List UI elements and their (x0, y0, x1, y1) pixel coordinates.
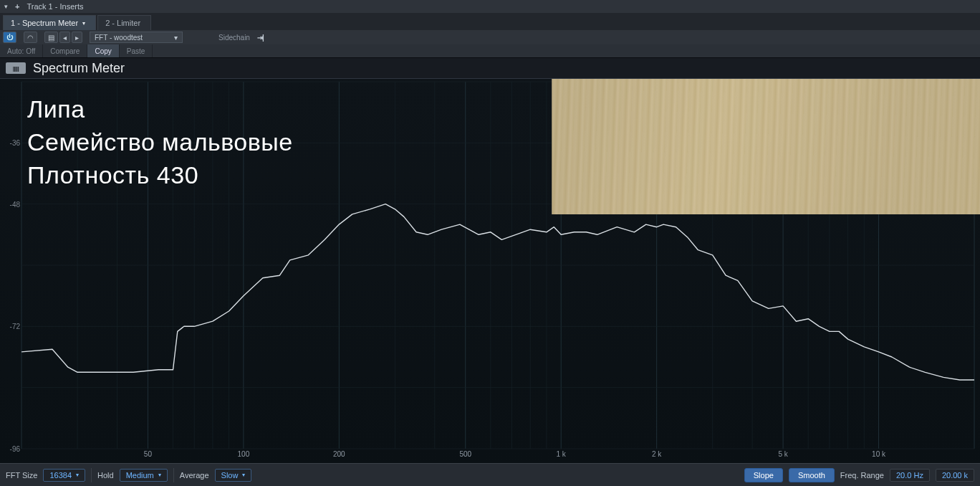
smooth-button[interactable]: Smooth (789, 468, 835, 482)
tab-menu-icon[interactable] (82, 20, 85, 27)
power-button[interactable]: ⏻ (3, 32, 16, 43)
preset-name: FFT - woodtest (95, 34, 143, 42)
chevron-down-icon (158, 472, 161, 478)
average-label: Average (180, 471, 209, 480)
freq-range-lo[interactable]: 20.0 Hz (890, 469, 930, 482)
preset-browser-button[interactable]: ▤ (44, 32, 58, 43)
tab-label: 1 - Spectrum Meter (11, 19, 78, 27)
wood-sample-image (552, 79, 980, 214)
plugin-name: Spectrum Meter (33, 61, 125, 76)
presonus-logo-icon: ||||| (6, 62, 26, 74)
average-combo[interactable]: Slow (215, 469, 252, 482)
chevron-down-icon (76, 472, 79, 478)
slope-button[interactable]: Slope (744, 468, 783, 482)
track-inserts-label: Track 1 - Inserts (27, 2, 83, 11)
freq-range-label: Freq. Range (840, 471, 884, 480)
fft-size-combo[interactable]: 16384 (43, 469, 85, 482)
freq-range-hi[interactable]: 20.00 k (936, 469, 974, 482)
insert-tabs: 1 - Spectrum Meter 2 - Limiter (0, 13, 980, 30)
sidechain-label: Sidechain (218, 34, 250, 42)
spectrum-display[interactable]: -36-48-72-96 501002005001 k2 k5 k10 k Ли… (0, 79, 980, 463)
preset-combo[interactable]: FFT - woodtest (90, 32, 183, 43)
inserts-menu-dropdown[interactable] (4, 3, 8, 10)
x-axis-labels: 501002005001 k2 k5 k10 k (21, 450, 980, 462)
sidechain-routing-icon[interactable]: ⇥| (257, 34, 264, 42)
pin-button[interactable]: ◠ (24, 32, 37, 43)
copy-button[interactable]: Copy (87, 44, 119, 57)
preset-next-button[interactable]: ▸ (72, 32, 82, 43)
chevron-down-icon (242, 472, 245, 478)
preset-prev-button[interactable]: ◂ (59, 32, 70, 43)
overlay-line-3: Плотность 430 (27, 159, 293, 192)
tab-spectrum-meter[interactable]: 1 - Spectrum Meter (3, 15, 96, 30)
y-axis-labels: -36-48-72-96 (3, 79, 21, 447)
overlay-line-2: Семейство мальвовые (27, 126, 293, 159)
add-insert-button[interactable]: + (15, 2, 19, 11)
fft-size-label: FFT Size (6, 471, 37, 480)
chevron-down-icon (174, 34, 178, 42)
tab-limiter[interactable]: 2 - Limiter (97, 15, 151, 30)
auto-toggle[interactable]: Auto: Off (0, 44, 43, 57)
tab-label: 2 - Limiter (105, 19, 140, 27)
paste-button[interactable]: Paste (120, 44, 153, 57)
hold-combo[interactable]: Medium (120, 469, 168, 482)
hold-label: Hold (97, 471, 114, 480)
compare-button[interactable]: Compare (43, 44, 87, 57)
overlay-annotation: Липа Семейство мальвовые Плотность 430 (27, 93, 293, 192)
overlay-line-1: Липа (27, 93, 293, 126)
